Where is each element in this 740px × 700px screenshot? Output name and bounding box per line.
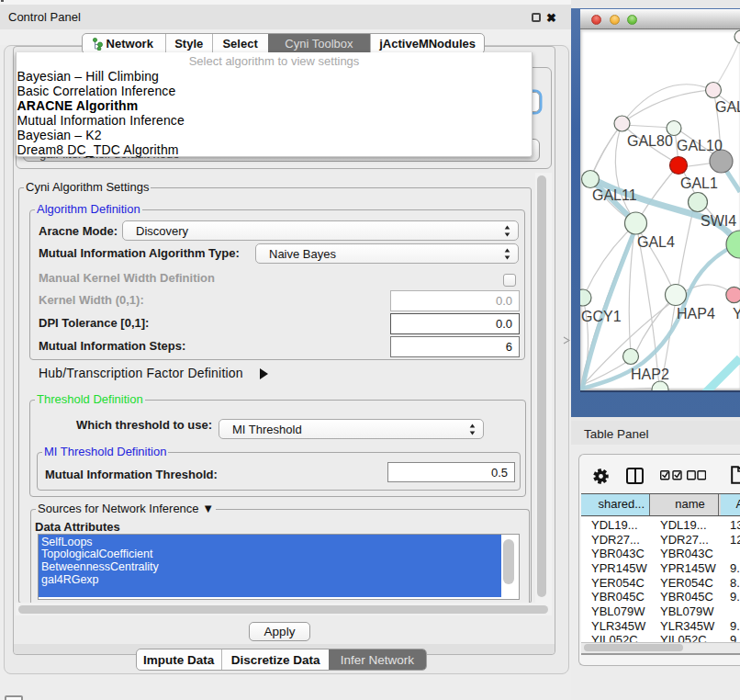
svg-text:SWI4: SWI4 [701, 213, 736, 229]
svg-text:GAL1: GAL1 [680, 175, 718, 191]
svg-text:GAL10: GAL10 [677, 138, 723, 153]
svg-text:GAL7: GAL7 [715, 99, 740, 115]
svg-text:GAL80: GAL80 [627, 133, 673, 149]
svg-text:GCY1: GCY1 [581, 309, 622, 324]
svg-text:HAP4: HAP4 [677, 306, 715, 322]
svg-text:Y: Y [733, 306, 740, 322]
svg-text:GAL11: GAL11 [592, 187, 637, 203]
svg-text:GAL4: GAL4 [637, 234, 675, 250]
svg-text:HAP2: HAP2 [631, 367, 669, 382]
